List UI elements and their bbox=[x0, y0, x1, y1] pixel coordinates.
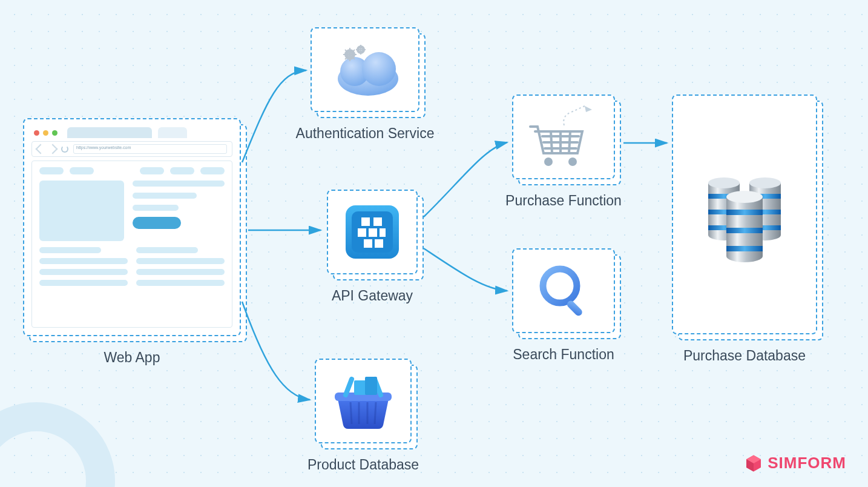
brand-watermark: SIMFORM bbox=[745, 454, 846, 472]
node-search-function: Search Function bbox=[512, 248, 615, 333]
svg-rect-17 bbox=[358, 228, 366, 237]
svg-point-35 bbox=[544, 157, 553, 166]
svg-point-52 bbox=[726, 250, 763, 262]
node-purchase-function: Purchase Function bbox=[512, 94, 615, 179]
svg-line-28 bbox=[375, 402, 376, 424]
api-block-icon bbox=[343, 203, 401, 261]
magnifier-icon bbox=[533, 260, 594, 321]
svg-line-32 bbox=[551, 131, 552, 153]
svg-point-53 bbox=[726, 191, 763, 203]
svg-rect-15 bbox=[361, 217, 370, 226]
svg-rect-56 bbox=[726, 246, 763, 251]
node-api-gateway: API Gateway bbox=[327, 190, 418, 274]
svg-rect-18 bbox=[369, 228, 377, 237]
url-text: https://www.yourwebsite.com bbox=[73, 144, 227, 154]
node-purchase-database: Purchase Database bbox=[672, 94, 817, 334]
brand-icon bbox=[745, 454, 763, 472]
node-label: Authentication Service bbox=[286, 125, 444, 142]
node-web-app: https://www.yourwebsite.com bbox=[23, 118, 241, 336]
svg-point-2 bbox=[362, 52, 396, 86]
node-label: Product Database bbox=[303, 457, 424, 473]
browser-window-icon: https://www.yourwebsite.com bbox=[29, 124, 235, 330]
node-label: Purchase Function bbox=[497, 193, 630, 209]
svg-point-41 bbox=[708, 177, 740, 188]
svg-rect-38 bbox=[566, 299, 584, 317]
node-label: Purchase Database bbox=[666, 348, 823, 364]
brand-name: SIMFORM bbox=[768, 454, 846, 472]
svg-rect-55 bbox=[726, 228, 763, 233]
node-label: Search Function bbox=[503, 346, 624, 363]
cloud-gears-icon bbox=[326, 41, 404, 99]
svg-point-47 bbox=[749, 177, 781, 188]
svg-rect-16 bbox=[373, 217, 382, 226]
svg-rect-23 bbox=[354, 380, 366, 395]
node-authentication-service: Authentication Service bbox=[311, 27, 419, 112]
basket-icon bbox=[330, 371, 396, 431]
db-cluster-icon bbox=[690, 160, 799, 269]
svg-rect-20 bbox=[364, 239, 372, 248]
node-label: API Gateway bbox=[327, 288, 418, 304]
svg-rect-54 bbox=[726, 210, 763, 215]
svg-line-34 bbox=[569, 131, 570, 153]
svg-point-37 bbox=[543, 269, 577, 303]
svg-rect-21 bbox=[375, 239, 383, 248]
svg-rect-19 bbox=[380, 228, 386, 237]
svg-rect-24 bbox=[365, 377, 377, 395]
node-label: Web App bbox=[23, 350, 241, 366]
svg-point-36 bbox=[568, 157, 577, 166]
svg-line-25 bbox=[350, 402, 352, 424]
shopping-cart-icon bbox=[524, 104, 603, 170]
node-product-database: Product Database bbox=[315, 359, 412, 443]
